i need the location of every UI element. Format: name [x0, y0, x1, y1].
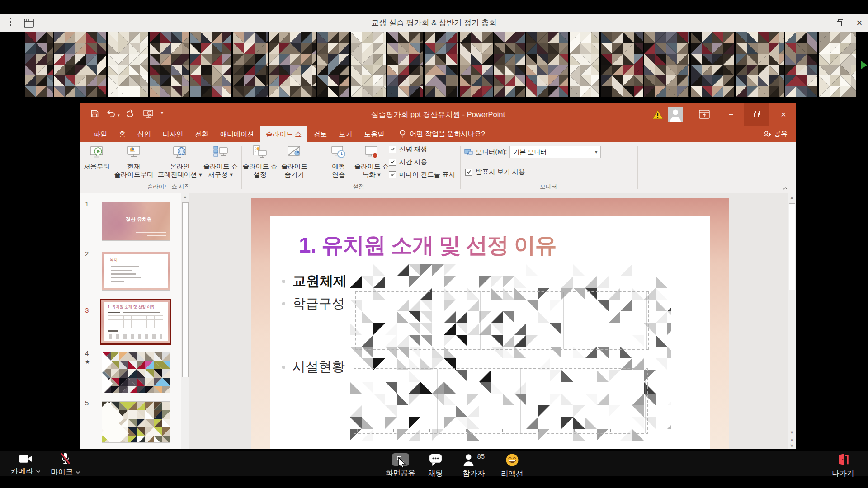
warning-icon[interactable]	[652, 110, 663, 121]
redo-icon[interactable]	[126, 109, 135, 120]
group-label-start-slideshow: 슬라이드 쇼 시작	[147, 183, 190, 191]
tab-view[interactable]: 보기	[333, 126, 358, 142]
undo-dropdown-icon[interactable]: ▾	[118, 113, 120, 117]
previous-slide-icon[interactable]: ˄	[788, 437, 796, 443]
slide-thumbnail-3-selected[interactable]: 1. 유치원 소개 및 선정 이유	[100, 299, 171, 345]
mouse-cursor	[398, 457, 408, 471]
scroll-up-icon[interactable]: ▲	[788, 195, 796, 200]
chat-button[interactable]: 채팅	[428, 453, 443, 479]
tell-me-search[interactable]: 어떤 작업을 원하시나요?	[399, 126, 485, 142]
from-current-slide-button[interactable]: 현재 슬라이드부터	[113, 145, 155, 178]
ribbon-tab-row: 파일 홈 삽입 디자인 전환 애니메이션 슬라이드 쇼 검토 보기 도움말 어떤…	[80, 126, 796, 142]
participant-video[interactable]	[108, 32, 148, 97]
slide-thumbnail-1[interactable]: 경산 유치원	[102, 202, 170, 241]
checkbox-use-presenter-view[interactable]: 발표자 보기 사용	[465, 168, 525, 176]
tab-help[interactable]: 도움말	[358, 126, 390, 142]
from-beginning-button[interactable]: 처음부터	[81, 145, 113, 170]
mic-button-muted[interactable]: 마이크	[51, 452, 80, 477]
tab-animations[interactable]: 애니메이션	[214, 126, 260, 142]
camera-button[interactable]: 카메라	[11, 454, 41, 476]
next-slide-icon[interactable]: ˅	[788, 443, 796, 448]
participant-video[interactable]	[526, 32, 568, 97]
tab-file[interactable]: 파일	[88, 126, 113, 142]
app-minimize-button[interactable]: −	[809, 14, 825, 32]
scrollbar-thumb[interactable]	[182, 202, 189, 377]
chat-label: 채팅	[428, 469, 443, 479]
checkbox-use-timings[interactable]: 시간 사용	[389, 158, 427, 166]
participant-video[interactable]	[150, 32, 189, 97]
participant-video[interactable]	[736, 32, 784, 97]
scroll-down-icon[interactable]: ▼	[788, 430, 796, 435]
ppt-close-button[interactable]: ×	[774, 103, 793, 126]
scroll-up-icon[interactable]: ▲	[181, 195, 189, 199]
app-restore-button[interactable]	[832, 14, 847, 32]
camera-label: 카메라	[11, 466, 33, 476]
custom-slideshow-button[interactable]: 슬라이드 쇼 재구성 ▾	[201, 145, 240, 178]
slide-thumbnail-5-censored[interactable]	[102, 401, 170, 443]
slideshow-current-icon	[126, 145, 142, 161]
next-videos-arrow[interactable]	[861, 61, 867, 69]
app-close-button[interactable]: ×	[852, 14, 867, 32]
lightbulb-icon	[399, 130, 406, 138]
participant-video[interactable]	[317, 32, 349, 97]
tab-insert[interactable]: 삽입	[132, 126, 157, 142]
participant-video[interactable]	[460, 32, 493, 97]
slide-thumbnail-2[interactable]: 목차	[102, 252, 170, 291]
collapse-ribbon-icon[interactable]	[780, 184, 790, 191]
slide-thumbnail-4-censored[interactable]	[102, 352, 170, 393]
tab-home[interactable]: 홈	[113, 126, 132, 142]
participant-video[interactable]	[644, 32, 689, 97]
animation-star-icon[interactable]: ★	[85, 359, 90, 365]
save-icon[interactable]	[90, 109, 99, 120]
participant-video[interactable]	[570, 32, 599, 97]
participant-video[interactable]	[425, 32, 458, 97]
ppt-restore-button[interactable]	[744, 103, 769, 126]
account-avatar[interactable]	[668, 107, 683, 122]
tell-me-label: 어떤 작업을 원하시나요?	[410, 130, 485, 138]
participant-video[interactable]	[190, 32, 231, 97]
canvas-scrollbar[interactable]: ▲ ▼ ˄ ˅	[788, 193, 796, 449]
participant-video[interactable]	[351, 32, 386, 97]
setup-slideshow-button[interactable]: 슬라이드 쇼 설정	[242, 145, 278, 178]
ppt-minimize-button[interactable]: −	[722, 103, 741, 126]
record-slideshow-button[interactable]: 슬라이드 쇼 녹화 ▾	[352, 145, 392, 178]
participant-video[interactable]	[269, 32, 316, 97]
checkbox-icon	[389, 171, 396, 178]
tab-slideshow[interactable]: 슬라이드 쇼	[260, 126, 307, 142]
participant-video[interactable]	[387, 32, 423, 97]
qat-customize-icon[interactable]: ▾	[161, 110, 163, 115]
checkbox-play-narrations[interactable]: 설명 재생	[389, 145, 427, 154]
participant-video[interactable]	[691, 32, 734, 97]
leave-button[interactable]: 나가기	[832, 453, 854, 479]
participant-video[interactable]	[785, 32, 817, 97]
undo-icon[interactable]	[107, 109, 116, 120]
slide-table-placeholder-1[interactable]	[355, 291, 649, 350]
rehearse-timings-button[interactable]: 예행 연습	[326, 145, 352, 178]
slide-table-placeholder-2[interactable]	[354, 368, 648, 434]
reactions-button[interactable]: 리액션	[501, 453, 524, 479]
participant-video[interactable]	[494, 32, 525, 97]
tab-transitions[interactable]: 전환	[189, 126, 214, 142]
thumbnail-scrollbar[interactable]: ▲	[181, 193, 189, 449]
participant-video[interactable]	[601, 32, 643, 97]
leave-door-icon	[836, 453, 850, 466]
start-slideshow-icon[interactable]	[143, 109, 154, 121]
hide-slide-icon	[286, 145, 302, 161]
participant-video[interactable]	[25, 32, 53, 97]
checkbox-show-media-controls[interactable]: 미디어 컨트롤 표시	[389, 170, 455, 179]
chevron-down-icon	[36, 470, 41, 473]
hide-slide-button[interactable]: 슬라이드 숨기기	[277, 145, 311, 178]
participant-video[interactable]	[233, 32, 268, 97]
monitor-dropdown[interactable]: 기본 모니터 ▾	[509, 146, 601, 158]
participants-button[interactable]: 85 참가자	[462, 453, 485, 479]
tab-review[interactable]: 검토	[307, 126, 333, 142]
slide3-title: 1. 유치원 소개 및 선정 이유	[108, 305, 155, 310]
participant-video[interactable]	[54, 32, 106, 97]
share-button[interactable]: 공유	[763, 126, 788, 142]
slide-number: 2	[85, 250, 89, 258]
scrollbar-thumb[interactable]	[789, 203, 795, 290]
present-online-button[interactable]: 온라인 프레젠테이션 ▾	[157, 145, 203, 178]
ribbon-display-options-icon[interactable]	[699, 110, 710, 121]
tab-design[interactable]: 디자인	[157, 126, 189, 142]
participant-video[interactable]	[819, 32, 856, 97]
